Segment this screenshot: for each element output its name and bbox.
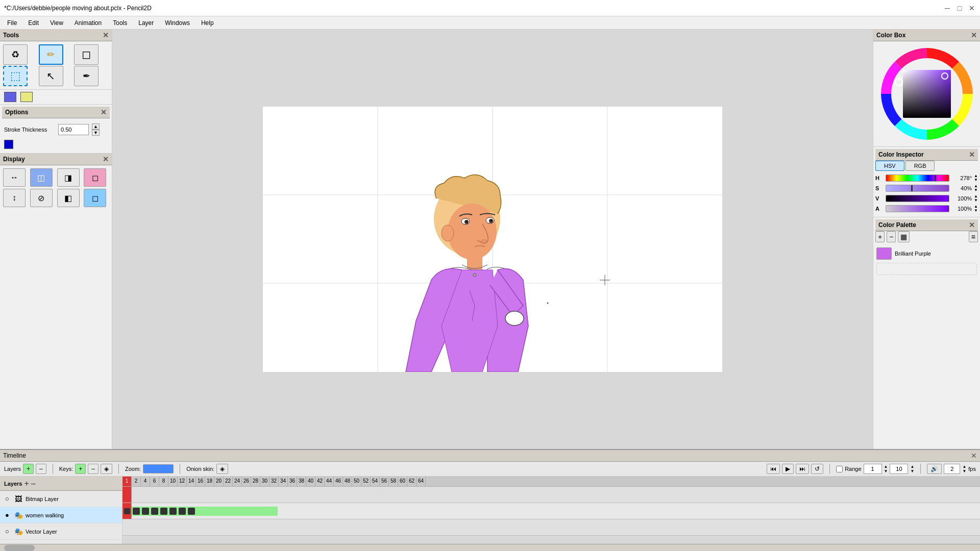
women-walking-visibility[interactable]: ● [3, 511, 11, 519]
add-layer-button[interactable]: + [23, 464, 34, 474]
color-blue-button[interactable]: ◻ [84, 189, 106, 207]
palette-item-brilliant-purple[interactable]: Brilliant Purple [875, 245, 978, 262]
volume-button[interactable]: 🔊 [927, 464, 942, 474]
pen-tool-button[interactable]: ✒ [74, 66, 99, 86]
color-box-close-button[interactable]: ✕ [971, 31, 977, 39]
frame-num-6: 6 [150, 477, 159, 486]
menu-animation[interactable]: Animation [69, 18, 107, 28]
display-close-button[interactable]: ✕ [103, 155, 109, 163]
layer-row-vector[interactable]: ○ 🎭 Vector Layer [0, 523, 122, 540]
v-down-arrow[interactable]: ▼ [974, 198, 978, 203]
stroke-thickness-input[interactable] [58, 124, 89, 135]
range-from-spinner[interactable]: ▲ ▼ [884, 464, 888, 473]
menu-help[interactable]: Help [196, 18, 219, 28]
a-spinner[interactable]: ▲ ▼ [974, 205, 978, 213]
palette-grid-button[interactable]: ▦ [898, 231, 910, 242]
menu-bar: File Edit View Animation Tools Layer Win… [0, 16, 980, 30]
h-spinner[interactable]: ▲ ▼ [974, 174, 978, 182]
spin-down-arrow[interactable]: ▼ [92, 130, 100, 136]
a-down-arrow[interactable]: ▼ [974, 209, 978, 213]
range-from-input[interactable] [864, 464, 882, 474]
minimize-button[interactable]: ─ [943, 4, 951, 12]
timeline-scrollbar[interactable] [0, 544, 980, 551]
stroke-color-swatch[interactable] [4, 140, 13, 149]
close-button[interactable]: ✕ [968, 4, 976, 12]
layer-row-women-walking[interactable]: ● 🎭 women walking [0, 507, 122, 523]
remove-key-button[interactable]: – [88, 464, 99, 474]
canvas-area[interactable] [112, 30, 873, 449]
flip-vertical-button[interactable]: ↕ [3, 189, 26, 207]
s-spinner[interactable]: ▲ ▼ [974, 184, 978, 192]
loop-button[interactable]: ↺ [811, 464, 823, 474]
flip-horizontal-button[interactable]: ↔ [3, 168, 26, 187]
range-to-spinner[interactable]: ▲ ▼ [910, 464, 914, 473]
rewind-button[interactable]: ⏮ [767, 464, 780, 474]
track-frame-1[interactable] [122, 503, 132, 519]
pencil-tool-button[interactable]: ✏ [39, 44, 63, 65]
stroke-thickness-row: Stroke Thickness ▲ ▼ [2, 121, 110, 138]
frame-num-42: 42 [315, 477, 325, 486]
color-pink-button[interactable]: ◻ [84, 168, 106, 187]
select-tool-button[interactable]: ⬚ [3, 66, 28, 86]
add-key-button[interactable]: + [75, 464, 86, 474]
frame-num-54: 54 [371, 477, 380, 486]
overlay-blue-button[interactable]: ◫ [30, 168, 53, 187]
frame-1-marker[interactable]: 1 [122, 477, 132, 486]
overlay-grey2-button[interactable]: ◧ [57, 189, 80, 207]
frame-step-button[interactable]: ⏭ [796, 464, 809, 474]
color-palette-close-button[interactable]: ✕ [969, 221, 975, 229]
s-down-arrow[interactable]: ▼ [974, 188, 978, 192]
green-track[interactable] [132, 507, 278, 516]
color-wheel[interactable] [878, 45, 975, 142]
menu-tools[interactable]: Tools [108, 18, 132, 28]
range-checkbox[interactable] [836, 466, 843, 472]
fps-spinner[interactable]: ▲ ▼ [962, 464, 966, 473]
options-close-button[interactable]: ✕ [101, 108, 107, 116]
fps-input[interactable] [944, 464, 960, 474]
color-box-panel: Color Box ✕ [873, 30, 980, 147]
a-bar[interactable] [886, 205, 949, 212]
brilliant-purple-swatch [876, 247, 892, 260]
overlay-grey-button[interactable]: ◨ [57, 168, 80, 187]
menu-layer[interactable]: Layer [133, 18, 159, 28]
clear-tool-button[interactable]: ♻ [3, 44, 28, 65]
palette-remove-button[interactable]: − [887, 231, 896, 242]
pointer-tool-button[interactable]: ↖ [39, 66, 63, 86]
stroke-thickness-label: Stroke Thickness [4, 127, 55, 133]
v-spinner[interactable]: ▲ ▼ [974, 194, 978, 203]
range-to-input[interactable] [890, 464, 908, 474]
stroke-thickness-spinner[interactable]: ▲ ▼ [92, 123, 100, 136]
menu-windows[interactable]: Windows [160, 18, 195, 28]
palette-add-button[interactable]: + [875, 231, 885, 242]
dup-key-button[interactable]: ◈ [101, 464, 112, 474]
menu-edit[interactable]: Edit [23, 18, 44, 28]
maximize-button[interactable]: □ [955, 4, 964, 12]
add-layer-btn-2[interactable]: + [24, 479, 29, 488]
scrollbar-thumb[interactable] [4, 545, 35, 551]
timeline-close-button[interactable]: ✕ [971, 452, 977, 460]
onion-skin-button[interactable]: ◈ [216, 464, 228, 474]
s-bar[interactable] [886, 185, 949, 192]
menu-view[interactable]: View [45, 18, 68, 28]
h-bar[interactable] [886, 174, 949, 182]
frame-num-10: 10 [168, 477, 178, 486]
pencil-overlay-button[interactable]: ⊘ [30, 189, 53, 207]
spin-up-arrow[interactable]: ▲ [92, 123, 100, 130]
tab-hsv[interactable]: HSV [875, 161, 904, 171]
remove-layer-button[interactable]: – [36, 464, 46, 474]
color-inspector-close-button[interactable]: ✕ [969, 151, 975, 159]
v-bar[interactable] [886, 195, 949, 202]
eraser-tool-button[interactable]: ◻ [74, 44, 99, 65]
layer-row-bitmap[interactable]: ○ 🖼 Bitmap Layer [0, 491, 122, 507]
tab-rgb[interactable]: RGB [905, 161, 935, 171]
remove-layer-btn-2[interactable]: – [31, 479, 36, 488]
play-button[interactable]: ▶ [782, 464, 794, 474]
palette-menu-button[interactable]: ≡ [969, 231, 978, 242]
tools-close-button[interactable]: ✕ [103, 31, 109, 39]
h-down-arrow[interactable]: ▼ [974, 178, 978, 182]
zoom-slider[interactable] [143, 464, 174, 473]
bitmap-layer-visibility[interactable]: ○ [3, 495, 11, 503]
vector-layer-visibility[interactable]: ○ [3, 528, 11, 535]
menu-file[interactable]: File [2, 18, 22, 28]
color-inspector-header: Color Inspector ✕ [875, 149, 978, 161]
